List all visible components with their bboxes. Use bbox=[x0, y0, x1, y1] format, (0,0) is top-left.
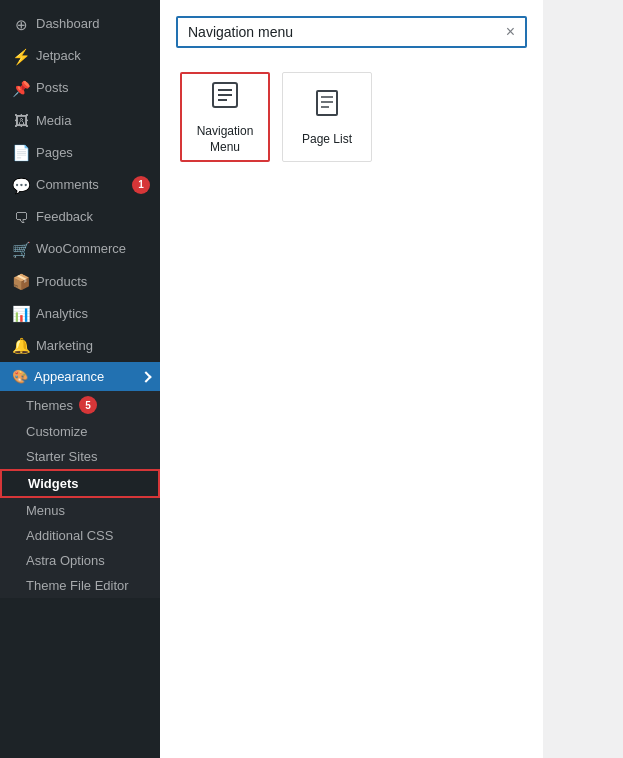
feedback-icon: 🗨 bbox=[12, 208, 30, 226]
sidebar-subitem-widgets[interactable]: Widgets bbox=[0, 469, 160, 498]
search-input[interactable] bbox=[188, 24, 506, 40]
sidebar-subitem-menus[interactable]: Menus bbox=[0, 498, 160, 523]
themes-badge: 5 bbox=[79, 396, 97, 414]
jetpack-icon: ⚡ bbox=[12, 47, 30, 65]
appearance-icon: 🎨 bbox=[12, 369, 28, 384]
woocommerce-icon: 🛒 bbox=[12, 240, 30, 258]
sidebar: ⊕ Dashboard ⚡ Jetpack 📌 Posts 🖼 Media 📄 … bbox=[0, 0, 160, 758]
sidebar-item-feedback[interactable]: 🗨 Feedback bbox=[0, 201, 160, 233]
search-bar: × bbox=[176, 16, 527, 48]
sidebar-item-label: Pages bbox=[36, 144, 150, 162]
products-icon: 📦 bbox=[12, 273, 30, 291]
sidebar-item-label: WooCommerce bbox=[36, 240, 150, 258]
themes-label: Themes bbox=[26, 398, 73, 413]
sidebar-subitem-additional-css[interactable]: Additional CSS bbox=[0, 523, 160, 548]
sidebar-subitem-theme-file-editor[interactable]: Theme File Editor bbox=[0, 573, 160, 598]
comments-badge: 1 bbox=[132, 176, 150, 194]
dashboard-icon: ⊕ bbox=[12, 15, 30, 33]
additional-css-label: Additional CSS bbox=[26, 528, 113, 543]
sidebar-subitem-customize[interactable]: Customize bbox=[0, 419, 160, 444]
sidebar-item-media[interactable]: 🖼 Media bbox=[0, 105, 160, 137]
sidebar-item-appearance[interactable]: 🎨 Appearance bbox=[0, 362, 160, 391]
sidebar-item-label: Posts bbox=[36, 79, 150, 97]
page-list-label: Page List bbox=[302, 132, 352, 148]
sidebar-item-analytics[interactable]: 📊 Analytics bbox=[0, 298, 160, 330]
sidebar-item-posts[interactable]: 📌 Posts bbox=[0, 72, 160, 104]
sidebar-item-label: Marketing bbox=[36, 337, 150, 355]
sidebar-item-marketing[interactable]: 🔔 Marketing bbox=[0, 330, 160, 362]
sidebar-item-label: Analytics bbox=[36, 305, 150, 323]
analytics-icon: 📊 bbox=[12, 305, 30, 323]
blocks-grid: Navigation Menu Page List bbox=[176, 68, 527, 166]
sidebar-item-label: Jetpack bbox=[36, 47, 150, 65]
sidebar-item-label: Dashboard bbox=[36, 15, 150, 33]
sidebar-item-label: Comments bbox=[36, 176, 126, 194]
customize-label: Customize bbox=[26, 424, 87, 439]
comments-icon: 💬 bbox=[12, 176, 30, 194]
pages-icon: 📄 bbox=[12, 144, 30, 162]
block-page-list[interactable]: Page List bbox=[282, 72, 372, 162]
main-content: × Navigation Menu bbox=[160, 0, 543, 758]
sidebar-item-label: Products bbox=[36, 273, 150, 291]
navigation-menu-label: Navigation Menu bbox=[192, 124, 258, 155]
appearance-submenu: Themes 5 Customize Starter Sites Widgets… bbox=[0, 391, 160, 598]
astra-options-label: Astra Options bbox=[26, 553, 105, 568]
sidebar-item-woocommerce[interactable]: 🛒 WooCommerce bbox=[0, 233, 160, 265]
page-list-icon bbox=[311, 87, 343, 126]
marketing-icon: 🔔 bbox=[12, 337, 30, 355]
starter-sites-label: Starter Sites bbox=[26, 449, 98, 464]
sidebar-item-pages[interactable]: 📄 Pages bbox=[0, 137, 160, 169]
appearance-label: Appearance bbox=[34, 369, 104, 384]
sidebar-subitem-starter-sites[interactable]: Starter Sites bbox=[0, 444, 160, 469]
clear-search-button[interactable]: × bbox=[506, 24, 515, 40]
block-navigation-menu[interactable]: Navigation Menu bbox=[180, 72, 270, 162]
theme-file-editor-label: Theme File Editor bbox=[26, 578, 129, 593]
sidebar-item-label: Feedback bbox=[36, 208, 150, 226]
sidebar-item-label: Media bbox=[36, 112, 150, 130]
sidebar-item-dashboard[interactable]: ⊕ Dashboard bbox=[0, 8, 160, 40]
sidebar-item-comments[interactable]: 💬 Comments 1 bbox=[0, 169, 160, 201]
svg-rect-4 bbox=[317, 91, 337, 115]
posts-icon: 📌 bbox=[12, 79, 30, 97]
menus-label: Menus bbox=[26, 503, 65, 518]
appearance-arrow-icon bbox=[140, 371, 151, 382]
sidebar-item-products[interactable]: 📦 Products bbox=[0, 266, 160, 298]
sidebar-subitem-themes[interactable]: Themes 5 bbox=[0, 391, 160, 419]
widgets-label: Widgets bbox=[28, 476, 78, 491]
sidebar-item-jetpack[interactable]: ⚡ Jetpack bbox=[0, 40, 160, 72]
sidebar-subitem-astra-options[interactable]: Astra Options bbox=[0, 548, 160, 573]
navigation-menu-icon bbox=[209, 79, 241, 118]
right-panel bbox=[543, 0, 623, 758]
media-icon: 🖼 bbox=[12, 112, 30, 130]
